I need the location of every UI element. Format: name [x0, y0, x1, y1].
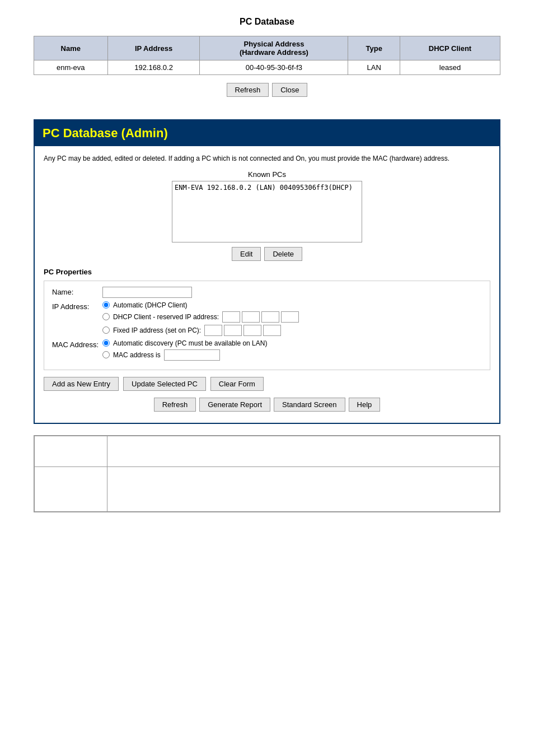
edit-button[interactable]: Edit: [232, 247, 261, 261]
col-name: Name: [34, 36, 108, 60]
mac-auto-radio[interactable]: [102, 339, 110, 347]
col-ip: IP Address: [107, 36, 200, 60]
admin-refresh-button[interactable]: Refresh: [154, 398, 196, 412]
ip-reserved-radio[interactable]: [102, 313, 110, 320]
mac-manual-label: MAC address is: [113, 351, 161, 359]
ip-reserved-4[interactable]: [281, 311, 299, 323]
bottom-cell-1-2: [107, 436, 500, 466]
top-button-row: Refresh Close: [34, 83, 500, 97]
pc-properties-label: PC Properties: [44, 268, 490, 276]
edit-delete-row: Edit Delete: [44, 247, 490, 261]
known-pcs-label: Known PCs: [44, 170, 490, 179]
top-close-button[interactable]: Close: [272, 83, 307, 97]
ip-reserved-3[interactable]: [261, 311, 279, 323]
col-dhcp: DHCP Client: [400, 36, 500, 60]
ip-reserved-fields: [222, 311, 299, 323]
ip-auto-label: Automatic (DHCP Client): [113, 301, 187, 309]
action-buttons: Add as New Entry Update Selected PC Clea…: [44, 377, 490, 391]
mac-option-2-row: MAC address is: [102, 349, 267, 361]
ip-fixed-radio[interactable]: [102, 326, 110, 334]
admin-body: Any PC may be added, edited or deleted. …: [35, 146, 499, 423]
name-input[interactable]: [102, 287, 192, 298]
known-pcs-list[interactable]: ENM-EVA 192.168.0.2 (LAN) 004095306ff3(D…: [172, 181, 362, 242]
cell-type: LAN: [348, 60, 400, 75]
mac-option-1-row: Automatic discovery (PC must be availabl…: [102, 339, 267, 347]
ip-row: IP Address: Automatic (DHCP Client) DHCP…: [52, 301, 482, 336]
pc-database-table: Name IP Address Physical Address(Hardwar…: [34, 36, 500, 75]
admin-title: PC Database (Admin): [43, 126, 491, 141]
col-physical: Physical Address(Hardware Address): [200, 36, 348, 60]
name-row: Name:: [52, 287, 482, 298]
ip-option-3-row: Fixed IP address (set on PC):: [102, 325, 299, 336]
col-type: Type: [348, 36, 400, 60]
top-section: PC Database Name IP Address Physical Add…: [0, 0, 534, 108]
bottom-cell-2-2: [107, 466, 500, 511]
ip-fixed-fields: [204, 325, 281, 336]
ip-option-2-row: DHCP Client - reserved IP address:: [102, 311, 299, 323]
name-content: [102, 287, 192, 298]
generate-report-button[interactable]: Generate Report: [199, 398, 270, 412]
admin-description: Any PC may be added, edited or deleted. …: [44, 154, 490, 164]
ip-fixed-4[interactable]: [263, 325, 281, 336]
admin-panel: PC Database (Admin) Any PC may be added,…: [34, 119, 500, 424]
top-title: PC Database: [34, 17, 500, 27]
cell-physical: 00-40-95-30-6f-f3: [200, 60, 348, 75]
standard-screen-button[interactable]: Standard Screen: [274, 398, 345, 412]
ip-reserved-1[interactable]: [222, 311, 240, 323]
delete-button[interactable]: Delete: [264, 247, 302, 261]
table-row: enm-eva 192.168.0.2 00-40-95-30-6f-f3 LA…: [34, 60, 500, 75]
ip-fixed-2[interactable]: [224, 325, 242, 336]
ip-reserved-2[interactable]: [242, 311, 260, 323]
properties-box: Name: IP Address: Automatic (DHCP Client…: [44, 281, 490, 370]
update-selected-button[interactable]: Update Selected PC: [123, 377, 206, 391]
bottom-cell-2-1: [35, 466, 107, 511]
bottom-row-2: [35, 466, 500, 511]
mac-label: MAC Address:: [52, 339, 102, 349]
top-refresh-button[interactable]: Refresh: [227, 83, 269, 97]
ip-reserved-label: DHCP Client - reserved IP address:: [113, 313, 219, 321]
ip-content: Automatic (DHCP Client) DHCP Client - re…: [102, 301, 299, 336]
cell-dhcp: leased: [400, 60, 500, 75]
ip-label: IP Address:: [52, 301, 102, 311]
mac-auto-label: Automatic discovery (PC must be availabl…: [113, 339, 267, 347]
mac-row: MAC Address: Automatic discovery (PC mus…: [52, 339, 482, 361]
mac-manual-radio[interactable]: [102, 351, 110, 358]
bottom-row-1: [35, 436, 500, 466]
ip-option-1-row: Automatic (DHCP Client): [102, 301, 299, 309]
ip-fixed-3[interactable]: [243, 325, 261, 336]
add-new-entry-button[interactable]: Add as New Entry: [44, 377, 119, 391]
help-button[interactable]: Help: [349, 398, 381, 412]
bottom-table: [34, 436, 500, 512]
mac-address-input[interactable]: [164, 349, 220, 361]
name-label: Name:: [52, 287, 102, 296]
cell-name: enm-eva: [34, 60, 108, 75]
bottom-cell-1-1: [35, 436, 107, 466]
admin-bottom-buttons: Refresh Generate Report Standard Screen …: [44, 398, 490, 415]
ip-fixed-1[interactable]: [204, 325, 222, 336]
ip-auto-radio[interactable]: [102, 301, 110, 309]
admin-header: PC Database (Admin): [35, 120, 499, 146]
ip-fixed-label: Fixed IP address (set on PC):: [113, 326, 201, 334]
clear-form-button[interactable]: Clear Form: [210, 377, 264, 391]
mac-content: Automatic discovery (PC must be availabl…: [102, 339, 267, 361]
bottom-table-section: [34, 435, 500, 512]
cell-ip: 192.168.0.2: [107, 60, 200, 75]
